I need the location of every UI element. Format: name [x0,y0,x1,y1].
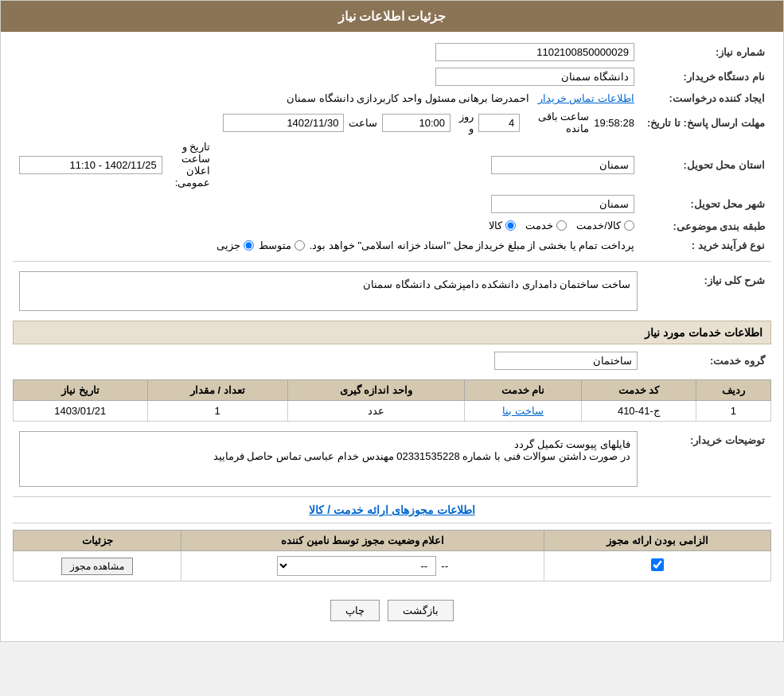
send-time-input: 10:00 [382,114,451,132]
buyer-notes-text: فایلهای پیوست تکمیل گردد در صورت داشتن س… [19,431,638,487]
col-service-name: نام خدمت [465,380,582,401]
province-value: سمنان [216,138,641,192]
col-supplier-status: اعلام وضعیت مجوز توسط نامین کننده [181,531,544,551]
col-unit: واحد اندازه گیری [287,380,464,401]
province-input: سمنان [491,156,634,174]
category-label: طبقه بندی موضوعی: [641,216,771,236]
services-section-header: اطلاعات خدمات مورد نیاز [13,321,771,344]
content-area: شماره نیاز: 1102100850000029 نام دستگاه … [1,32,783,641]
view-permit-button[interactable]: مشاهده مجوز [61,558,133,575]
page-title: جزئیات اطلاعات نیاز [1,1,783,32]
org-name-label: نام دستگاه خریدار: [641,64,771,89]
info-table: شماره نیاز: 1102100850000029 نام دستگاه … [13,40,771,255]
send-date-input: 1402/11/30 [223,114,344,132]
creator-contact-link[interactable]: اطلاعات تماس خریدار [538,92,634,104]
creator-value: اطلاعات تماس خریدار احمدرضا برهانی مسئول… [216,89,641,107]
cell-unit: عدد [287,401,464,422]
permit-status-select[interactable]: -- [277,556,436,576]
org-name-value: دانشگاه سمنان [216,64,641,89]
send-time-label: ساعت [349,117,377,129]
send-days-label: روز و [455,111,474,134]
description-label: شرح کلی نیاز: [644,268,771,314]
buyer-notes-line1: فایلهای پیوست تکمیل گردد [26,438,630,450]
org-name-input: دانشگاه سمنان [435,68,634,86]
remaining-time-value: 19:58:28 [594,117,634,129]
need-number-value: 1102100850000029 [216,40,641,64]
description-text: ساخت ساختمان دامداری دانشکده دامپزشکی دا… [19,271,638,311]
permit-details-cell: مشاهده مجوز [14,551,181,581]
services-table: ردیف کد خدمت نام خدمت واحد اندازه گیری ت… [13,379,771,422]
cell-quantity: 1 [147,401,287,422]
service-group-table: گروه خدمت: ساختمان [13,348,771,373]
permit-status-value: -- [441,560,448,572]
category-value: کالا/خدمت خدمت کالا [216,216,641,236]
cell-row-num: 1 [696,401,770,422]
col-service-code: کد خدمت [582,380,696,401]
service-group-label: گروه خدمت: [644,348,771,373]
footer-buttons: بازگشت چاپ [13,588,771,633]
announce-date-label: تاریخ و ساعت اعلان عمومی: [175,141,211,189]
service-group-input: ساختمان [494,352,638,370]
print-button[interactable]: چاپ [330,600,380,621]
col-quantity: تعداد / مقدار [147,380,287,401]
permit-required-checkbox[interactable] [651,558,664,571]
process-radio-medium[interactable]: متوسط [259,239,305,251]
remaining-time-label: ساعت باقی مانده [525,111,589,134]
col-row-num: ردیف [696,380,770,401]
cell-service-name[interactable]: ساخت بنا [465,401,582,422]
category-radio-service[interactable]: خدمت [525,220,567,231]
table-row: 1 ج-41-410 ساخت بنا عدد 1 1403/01/21 [14,401,771,422]
category-radio-kala-service[interactable]: کالا/خدمت [576,220,634,231]
city-value: سمنان [216,192,641,216]
process-value: پرداخت تمام یا بخشی از مبلغ خریداز محل "… [13,236,641,255]
description-table: شرح کلی نیاز: ساخت ساختمان دامداری دانشک… [13,268,771,314]
send-deadline-label: مهلت ارسال پاسخ: تا تاریخ: [641,107,771,138]
city-label: شهر محل تحویل: [641,192,771,216]
col-date: تاریخ نیاز [14,380,148,401]
buyer-notes-line2: در صورت داشتن سوالات فنی با شماره 023315… [26,450,630,462]
separator-1 [13,261,771,262]
col-details: جزئیات [14,531,181,551]
back-button[interactable]: بازگشت [388,600,454,621]
creator-label: ایجاد کننده درخواست: [641,89,771,107]
process-radio-partial[interactable]: جزیی [216,239,254,251]
category-radio-kala[interactable]: کالا [489,220,516,231]
category-radio-group: کالا/خدمت خدمت کالا [489,220,634,231]
permit-row: -- -- مشاهده مجوز [14,551,771,581]
need-number-input: 1102100850000029 [435,43,634,61]
description-value: ساخت ساختمان دامداری دانشکده دامپزشکی دا… [13,268,644,314]
buyer-notes-value: فایلهای پیوست تکمیل گردد در صورت داشتن س… [13,428,644,490]
process-label: نوع فرآیند خرید : [641,236,771,255]
cell-date: 1403/01/21 [14,401,148,422]
permit-required-cell [544,551,771,581]
send-days-input: 4 [478,114,520,132]
city-input: سمنان [491,195,634,213]
permit-table: الزامی بودن ارائه مجوز اعلام وضعیت مجوز … [13,530,771,581]
separator-2 [13,496,771,497]
process-note: پرداخت تمام یا بخشی از مبلغ خریداز محل "… [310,239,634,251]
province-label: استان محل تحویل: [641,138,771,192]
col-required: الزامی بودن ارائه مجوز [544,531,771,551]
send-deadline-value: 19:58:28 ساعت باقی مانده 4 روز و 10:00 س… [216,107,641,138]
creator-name: احمدرضا برهانی مسئول واحد کاربردازی دانش… [287,92,529,104]
permit-section-title[interactable]: اطلاعات مجوزهای ارائه خدمت / کالا [13,504,771,516]
page-wrapper: جزئیات اطلاعات نیاز شماره نیاز: 11021008… [0,0,784,642]
buyer-notes-label: توضیحات خریدار: [644,428,771,490]
separator-3 [13,523,771,523]
permit-status-cell: -- -- [181,551,544,581]
buyer-notes-table: توضیحات خریدار: فایلهای پیوست تکمیل گردد… [13,428,771,490]
cell-service-code: ج-41-410 [582,401,696,422]
need-number-label: شماره نیاز: [641,40,771,64]
service-group-value: ساختمان [13,348,644,373]
announce-date-input: 1402/11/25 - 11:10 [19,156,162,174]
